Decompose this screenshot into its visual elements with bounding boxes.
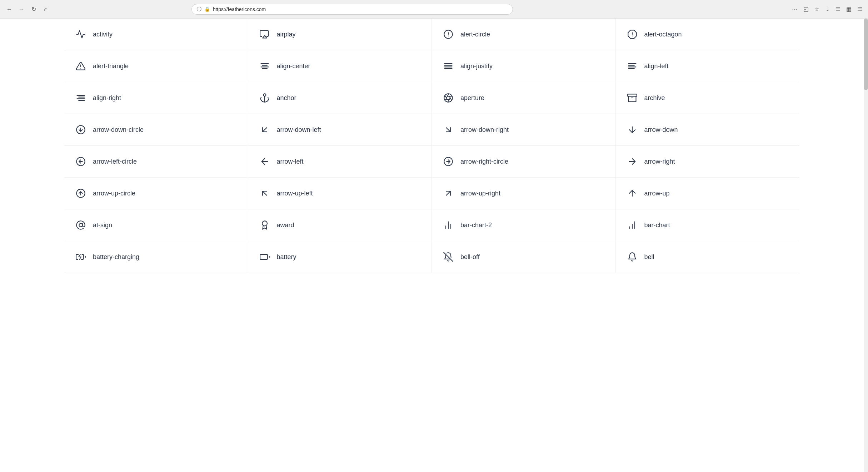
icon-cell-alert-circle[interactable]: alert-circle [432, 19, 616, 50]
icon-label: activity [93, 31, 113, 38]
icon-label: at-sign [93, 222, 112, 229]
icon-label: bell [644, 253, 654, 261]
icon-cell-archive[interactable]: archive [616, 82, 800, 114]
icon-cell-arrow-down-circle[interactable]: arrow-down-circle [64, 114, 248, 146]
url-input[interactable] [213, 6, 508, 12]
icon-label: award [277, 222, 294, 229]
svg-rect-61 [260, 254, 268, 259]
lock-icon: 🔒 [204, 6, 210, 12]
archive-icon [627, 92, 638, 104]
icon-cell-arrow-left[interactable]: arrow-left [248, 146, 432, 178]
icon-cell-align-center[interactable]: align-center [248, 50, 432, 82]
icon-cell-bar-chart[interactable]: bar-chart [616, 209, 800, 241]
align-left-icon [627, 60, 638, 72]
icon-cell-airplay[interactable]: airplay [248, 19, 432, 50]
icon-cell-align-justify[interactable]: align-justify [432, 50, 616, 82]
anchor-icon [259, 92, 270, 104]
icon-cell-align-right[interactable]: align-right [64, 82, 248, 114]
arrow-down-icon [627, 124, 638, 135]
icon-label: arrow-down-left [277, 126, 321, 134]
icon-cell-bell-off[interactable]: bell-off [432, 241, 616, 273]
main-content: activity airplay alert-circle alert-octa… [0, 19, 864, 273]
icon-cell-arrow-right[interactable]: arrow-right [616, 146, 800, 178]
icon-label: bar-chart [644, 222, 670, 229]
forward-button[interactable]: → [16, 4, 26, 14]
pocket-icon[interactable]: ◱ [802, 4, 810, 14]
icon-label: anchor [277, 94, 296, 102]
icon-cell-arrow-down[interactable]: arrow-down [616, 114, 800, 146]
icon-cell-align-left[interactable]: align-left [616, 50, 800, 82]
arrow-right-icon [627, 156, 638, 167]
icon-cell-arrow-up-right[interactable]: arrow-up-right [432, 178, 616, 209]
award-icon [259, 219, 270, 231]
svg-line-49 [263, 191, 267, 195]
svg-point-53 [262, 221, 267, 226]
alert-octagon-icon [627, 29, 638, 40]
bar-chart-2-icon [443, 219, 454, 231]
arrow-left-circle-icon [75, 156, 86, 167]
icon-cell-arrow-up-circle[interactable]: arrow-up-circle [64, 178, 248, 209]
icon-cell-arrow-right-circle[interactable]: arrow-right-circle [432, 146, 616, 178]
icon-label: alert-circle [460, 31, 490, 38]
icon-label: arrow-right-circle [460, 158, 508, 165]
icon-cell-battery[interactable]: battery [248, 241, 432, 273]
bar-chart-icon [627, 219, 638, 231]
svg-line-63 [444, 252, 453, 262]
icon-label: aperture [460, 94, 484, 102]
arrow-up-left-icon [259, 188, 270, 199]
icon-cell-alert-octagon[interactable]: alert-octagon [616, 19, 800, 50]
icon-cell-at-sign[interactable]: at-sign [64, 209, 248, 241]
svg-line-50 [446, 191, 450, 195]
battery-charging-icon [75, 251, 86, 263]
icon-label: align-center [277, 63, 310, 70]
icon-label: align-justify [460, 63, 493, 70]
align-right-icon [75, 92, 86, 104]
icon-label: alert-triangle [93, 63, 129, 70]
icon-cell-arrow-left-circle[interactable]: arrow-left-circle [64, 146, 248, 178]
icon-cell-battery-charging[interactable]: battery-charging [64, 241, 248, 273]
icon-cell-aperture[interactable]: aperture [432, 82, 616, 114]
address-bar[interactable]: ⓘ 🔒 [191, 4, 513, 15]
download-icon[interactable]: ⇓ [824, 4, 831, 14]
icon-cell-bar-chart-2[interactable]: bar-chart-2 [432, 209, 616, 241]
icon-cell-alert-triangle[interactable]: alert-triangle [64, 50, 248, 82]
svg-line-38 [263, 128, 267, 132]
icon-cell-activity[interactable]: activity [64, 19, 248, 50]
icon-cell-arrow-down-left[interactable]: arrow-down-left [248, 114, 432, 146]
icon-cell-arrow-up-left[interactable]: arrow-up-left [248, 178, 432, 209]
library-icon[interactable]: ☰ [834, 4, 842, 14]
menu-icon[interactable]: ☰ [856, 4, 864, 14]
icon-label: battery-charging [93, 253, 139, 261]
icon-label: arrow-down-circle [93, 126, 144, 134]
icon-label: arrow-left-circle [93, 158, 137, 165]
icon-label: airplay [277, 31, 296, 38]
aperture-icon [443, 92, 454, 104]
home-button[interactable]: ⌂ [41, 4, 51, 14]
bell-icon [627, 251, 638, 263]
sidebar-icon[interactable]: ▦ [845, 4, 853, 14]
icon-cell-bell[interactable]: bell [616, 241, 800, 273]
icon-label: battery [277, 253, 296, 261]
icon-label: arrow-up [644, 190, 670, 197]
icon-cell-arrow-down-right[interactable]: arrow-down-right [432, 114, 616, 146]
bell-off-icon [443, 251, 454, 263]
scrollbar-track[interactable] [864, 19, 868, 273]
more-icon[interactable]: ⋯ [790, 4, 799, 14]
icon-label: arrow-up-right [460, 190, 500, 197]
arrow-down-circle-icon [75, 124, 86, 135]
icon-label: arrow-up-left [277, 190, 313, 197]
alert-triangle-icon [75, 60, 86, 72]
scrollbar-thumb[interactable] [864, 19, 868, 90]
icon-label: align-left [644, 63, 669, 70]
icon-label: arrow-right [644, 158, 675, 165]
refresh-button[interactable]: ↻ [29, 4, 39, 14]
icon-cell-anchor[interactable]: anchor [248, 82, 432, 114]
icon-cell-arrow-up[interactable]: arrow-up [616, 178, 800, 209]
arrow-down-right-icon [443, 124, 454, 135]
svg-point-52 [79, 223, 82, 227]
icon-cell-award[interactable]: award [248, 209, 432, 241]
bookmark-icon[interactable]: ☆ [813, 4, 821, 14]
arrow-right-circle-icon [443, 156, 454, 167]
back-button[interactable]: ← [4, 4, 14, 14]
icon-label: arrow-down-right [460, 126, 509, 134]
